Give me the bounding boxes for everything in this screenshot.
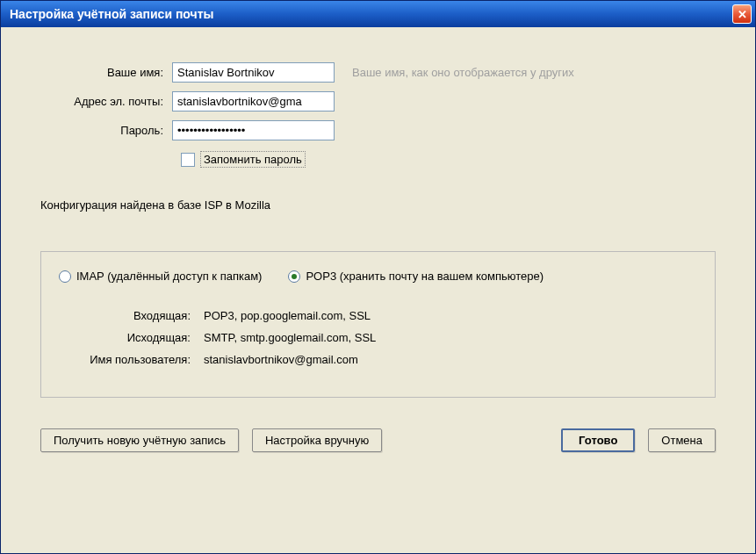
protocol-radio-group: IMAP (удалённый доступ к папкам) POP3 (х… [59,270,697,283]
dialog-content: Ваше имя: Ваше имя, как оно отображается… [1,27,755,553]
remember-label[interactable]: Запомнить пароль [200,151,306,168]
email-label: Адрес эл. почты: [40,95,172,108]
password-row: Пароль: [40,120,716,140]
radio-icon [288,270,300,283]
remember-checkbox[interactable] [181,153,195,167]
name-hint: Ваше имя, как оно отображается у других [352,66,574,79]
window-title: Настройка учётной записи почты [10,7,214,21]
outgoing-value: SMTP, smtp.googlemail.com, SSL [204,331,376,344]
incoming-value: POP3, pop.googlemail.com, SSL [204,309,371,322]
username-row: Имя пользователя: stanislavbortnikov@gma… [59,353,697,366]
close-icon: ✕ [738,8,747,21]
name-row: Ваше имя: Ваше имя, как оно отображается… [40,62,716,83]
new-account-button[interactable]: Получить новую учётную запись [40,428,239,452]
config-panel: IMAP (удалённый доступ к папкам) POP3 (х… [40,251,716,398]
status-text: Конфигурация найдена в базе ISP в Mozill… [40,198,716,212]
cancel-button[interactable]: Отмена [648,428,716,452]
email-row: Адрес эл. почты: [40,91,716,112]
radio-icon [59,270,71,283]
manual-config-button[interactable]: Настройка вручную [252,428,382,452]
incoming-row: Входящая: POP3, pop.googlemail.com, SSL [59,309,697,322]
imap-radio-label: IMAP (удалённый доступ к папкам) [76,270,262,283]
remember-row: Запомнить пароль [181,151,716,168]
incoming-label: Входящая: [59,309,204,322]
password-label: Пароль: [40,124,172,137]
email-input[interactable] [172,91,335,112]
dialog-window: Настройка учётной записи почты ✕ Ваше им… [0,0,756,554]
outgoing-label: Исходящая: [59,331,204,344]
titlebar: Настройка учётной записи почты ✕ [1,1,755,27]
password-input[interactable] [172,120,335,140]
imap-radio[interactable]: IMAP (удалённый доступ к папкам) [59,270,262,283]
outgoing-row: Исходящая: SMTP, smtp.googlemail.com, SS… [59,331,697,344]
close-button[interactable]: ✕ [732,4,752,24]
username-label: Имя пользователя: [59,353,204,366]
pop3-radio[interactable]: POP3 (хранить почту на вашем компьютере) [288,270,544,283]
done-button[interactable]: Готово [561,428,635,452]
name-input[interactable] [172,62,335,83]
pop3-radio-label: POP3 (хранить почту на вашем компьютере) [306,270,544,283]
name-label: Ваше имя: [40,66,172,79]
button-row: Получить новую учётную запись Настройка … [40,428,716,452]
username-value: stanislavbortnikov@gmail.com [204,353,358,366]
